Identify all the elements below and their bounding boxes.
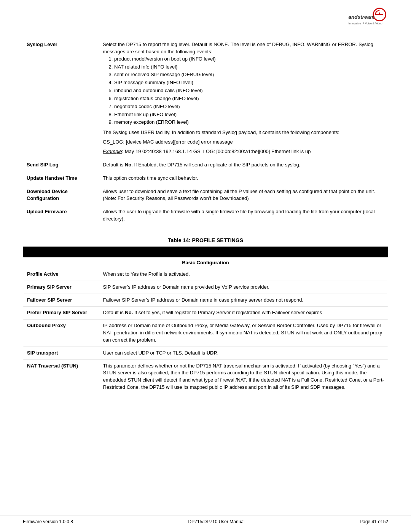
update-handset-time-desc: This option controls time sync call beha… (99, 172, 388, 185)
syslog-para1: Select the DP715 to report the log level… (103, 41, 384, 56)
footer-manual-title: DP715/DP710 User Manual (188, 519, 245, 524)
download-device-config-desc: Allows user to download and save a text … (99, 185, 388, 206)
upload-firmware-row: Upload Firmware Allows the user to upgra… (23, 205, 388, 226)
upper-settings-table: Syslog Level Select the DP715 to report … (23, 38, 388, 226)
footer-firmware-version: Firmware version 1.0.0.8 (23, 519, 73, 524)
profile-active-row: Profile Active When set to Yes the Profi… (23, 268, 388, 281)
primary-sip-server-label: Primary SIP Server (23, 281, 99, 294)
list-item: product model/version on boot up (INFO l… (114, 56, 384, 63)
list-item: negotiated codec (INFO level) (114, 103, 384, 110)
footer-page-number: Page 41 of 52 (360, 519, 388, 524)
send-sip-log-label: Send SIP Log (23, 158, 99, 172)
list-item: registration status change (INFO level) (114, 95, 384, 102)
main-content: Syslog Level Select the DP715 to report … (23, 38, 388, 394)
svg-text:Innovative IP Voice & Video: Innovative IP Voice & Video (348, 22, 382, 25)
list-item: NAT related info (INFO level) (114, 64, 384, 71)
outbound-proxy-desc: IP address or Domain name of Outbound Pr… (99, 320, 388, 347)
download-device-config-label: Download Device Configuration (23, 185, 99, 206)
grandstream-logo: andstream Innovative IP Voice & Video (346, 8, 392, 27)
primary-sip-server-row: Primary SIP Server SIP Server’s IP addre… (23, 281, 388, 294)
failover-sip-server-label: Failover SIP Server (23, 294, 99, 307)
syslog-para3: GS_LOG: [device MAC address][error code]… (103, 139, 384, 146)
sip-transport-desc: User can select UDP or TCP or TLS. Defau… (99, 347, 388, 359)
profile-table-top-border (23, 246, 388, 257)
nat-traversal-label: NAT Traversal (STUN) (23, 359, 99, 394)
profile-active-label: Profile Active (23, 268, 99, 281)
svg-text:andstream: andstream (348, 14, 374, 20)
list-item: sent or received SIP message (DEBUG leve… (114, 71, 384, 78)
prefer-primary-sip-row: Prefer Primary SIP Server Default is No.… (23, 307, 388, 320)
primary-sip-server-desc: SIP Server’s IP address or Domain name p… (99, 281, 388, 294)
profile-settings-table: Basic Configuration Profile Active When … (23, 246, 388, 394)
list-item: memory exception (ERROR level) (114, 119, 384, 126)
sip-transport-label: SIP transport (23, 347, 99, 359)
syslog-level-label: Syslog Level (23, 38, 99, 158)
syslog-para2: The Syslog uses USER facility. In additi… (103, 129, 384, 136)
syslog-level-row: Syslog Level Select the DP715 to report … (23, 38, 388, 158)
page-footer: Firmware version 1.0.0.8 DP715/DP710 Use… (0, 516, 411, 524)
syslog-example-text: : May 19 02:40:38 192.168.1.14 GS_LOG: [… (122, 149, 311, 154)
upload-firmware-desc: Allows the user to upgrade the firmware … (99, 205, 388, 226)
download-device-config-row: Download Device Configuration Allows use… (23, 185, 388, 206)
svg-rect-1 (379, 14, 383, 15)
list-item: Ethernet link up (INFO level) (114, 111, 384, 118)
list-item: SIP message summary (INFO level) (114, 79, 384, 86)
syslog-level-desc: Select the DP715 to report the log level… (99, 38, 388, 158)
sip-transport-row: SIP transport User can select UDP or TCP… (23, 347, 388, 359)
page: andstream Innovative IP Voice & Video Sy… (0, 0, 411, 532)
send-sip-log-desc: Default is No. If Enabled, the DP715 wil… (99, 158, 388, 172)
failover-sip-server-desc: Failover SIP Server’s IP address or Doma… (99, 294, 388, 307)
syslog-para4: Example: May 19 02:40:38 192.168.1.14 GS… (103, 148, 384, 155)
basic-config-header-cell: Basic Configuration (23, 257, 388, 268)
list-item: inbound and outbound calls (INFO level) (114, 87, 384, 94)
upload-firmware-label: Upload Firmware (23, 205, 99, 226)
nat-traversal-row: NAT Traversal (STUN) This parameter defi… (23, 359, 388, 394)
prefer-primary-sip-desc: Default is No. If set to yes, it will re… (99, 307, 388, 320)
syslog-list: product model/version on boot up (INFO l… (114, 56, 384, 126)
profile-settings-title: Table 14: PROFILE SETTINGS (23, 237, 388, 243)
profile-table-header-cell (23, 246, 388, 257)
update-handset-time-label: Update Handset Time (23, 172, 99, 185)
update-handset-time-row: Update Handset Time This option controls… (23, 172, 388, 185)
basic-config-header-row: Basic Configuration (23, 257, 388, 268)
prefer-primary-sip-label: Prefer Primary SIP Server (23, 307, 99, 320)
send-sip-log-text: Default is No. If Enabled, the DP715 wil… (103, 162, 300, 168)
send-sip-log-row: Send SIP Log Default is No. If Enabled, … (23, 158, 388, 172)
profile-active-desc: When set to Yes the Profile is activated… (99, 268, 388, 281)
outbound-proxy-label: Outbound Proxy (23, 320, 99, 347)
failover-sip-server-row: Failover SIP Server Failover SIP Server’… (23, 294, 388, 307)
logo-area: andstream Innovative IP Voice & Video (346, 8, 392, 28)
nat-traversal-desc: This parameter defines whether or not th… (99, 359, 388, 394)
example-label: Example (103, 149, 122, 154)
outbound-proxy-row: Outbound Proxy IP address or Domain name… (23, 320, 388, 347)
